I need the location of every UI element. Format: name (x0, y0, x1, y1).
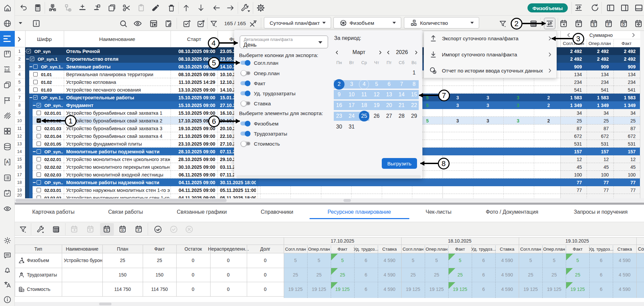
svg-text:S: S (106, 228, 108, 232)
svg-text:S: S (593, 22, 595, 26)
svg-text:2: 2 (412, 23, 413, 25)
svg-text:D: D (121, 228, 124, 232)
svg-text:3: 3 (414, 23, 415, 25)
svg-text:1: 1 (414, 20, 415, 22)
svg-text:F: F (607, 22, 609, 26)
svg-text:D: D (622, 22, 625, 26)
svg-text:F: F (138, 228, 140, 232)
svg-text:A: A (6, 160, 9, 164)
